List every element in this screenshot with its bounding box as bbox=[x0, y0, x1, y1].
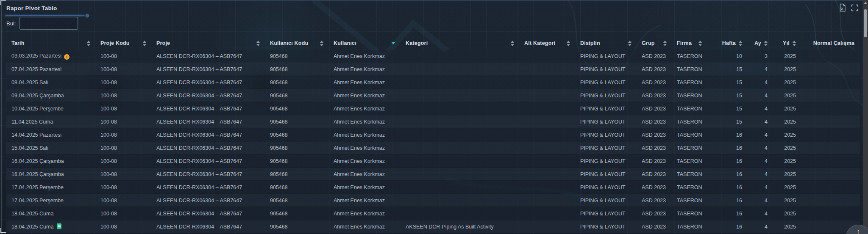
cell-yil: 2025 bbox=[771, 76, 799, 88]
cell-firma: TASERON bbox=[672, 102, 707, 115]
cell-proje-kodu: 100-08 bbox=[95, 220, 151, 233]
cell-proje-kodu: 100-08 bbox=[95, 207, 151, 220]
search-input[interactable] bbox=[19, 17, 78, 30]
cell-kullanici: Ahmet Enes Korkmaz bbox=[328, 220, 401, 233]
cell-proje-kodu: 100-08 bbox=[95, 50, 151, 62]
table-row[interactable]: 08.04.2025 Salı 100-08 ALSEEN DCR-RX0630… bbox=[6, 76, 860, 88]
export-excel-button[interactable]: x bbox=[839, 3, 846, 12]
cell-normal-calisma bbox=[799, 116, 860, 128]
column-header-proje-kodu[interactable]: Proje Kodu bbox=[95, 37, 151, 49]
column-header-ay[interactable]: Ay bbox=[745, 37, 771, 49]
fullscreen-button[interactable] bbox=[851, 4, 858, 11]
table-row[interactable]: 18.04.2025 Cuma 100-08 ALSEEN DCR-RX0630… bbox=[6, 207, 860, 220]
header-row: Tarih Proje Kodu Proje Kullanıcı Kodu Ku… bbox=[6, 37, 860, 49]
column-header-alt-kategori[interactable]: Alt Kategori bbox=[519, 37, 575, 49]
table-row[interactable]: 18.04.2025 Cuma 100-08 ALSEEN DCR-RX0630… bbox=[6, 220, 860, 233]
cell-tarih: 03.03.2025 Pazartesi! bbox=[6, 50, 95, 62]
cell-kullanici-kodu: 905468 bbox=[265, 76, 328, 88]
cell-proje-kodu: 100-08 bbox=[95, 76, 151, 88]
scrollbar-thumb[interactable] bbox=[864, 9, 867, 37]
table-row[interactable]: 07.04.2025 Pazartesi 100-08 ALSEEN DCR-R… bbox=[6, 63, 860, 75]
cell-alt-kategori bbox=[519, 89, 575, 102]
column-header-proje[interactable]: Proje bbox=[151, 37, 265, 49]
cell-alt-kategori bbox=[519, 116, 575, 128]
cell-ay: 4 bbox=[745, 194, 771, 206]
cell-disiplin: PIPING & LAYOUT bbox=[575, 207, 637, 220]
cell-kullanici-kodu: 905468 bbox=[265, 142, 328, 154]
cell-normal-calisma bbox=[799, 194, 860, 206]
cell-kullanici: Ahmet Enes Korkmaz bbox=[328, 207, 401, 220]
scrollbar-up-button[interactable] bbox=[864, 1, 867, 5]
cell-grup: ASD 2023 bbox=[637, 89, 672, 102]
table-row[interactable]: 09.04.2025 Çarşamba 100-08 ALSEEN DCR-RX… bbox=[6, 89, 860, 102]
table-row[interactable]: 15.04.2025 Salı 100-08 ALSEEN DCR-RX0630… bbox=[6, 142, 860, 154]
cell-kullanici-kodu: 905468 bbox=[265, 155, 328, 167]
cell-proje: ALSEEN DCR-RX06304 – ASB7647 bbox=[151, 142, 265, 154]
sort-icon bbox=[739, 41, 742, 46]
cell-alt-kategori bbox=[519, 168, 575, 180]
cell-disiplin: PIPING & LAYOUT bbox=[575, 181, 637, 193]
cell-normal-calisma bbox=[799, 89, 860, 102]
cell-hafta: 15 bbox=[707, 102, 745, 115]
cell-proje-kodu: 100-08 bbox=[95, 142, 151, 154]
table-row[interactable]: 17.04.2025 Perşembe 100-08 ALSEEN DCR-RX… bbox=[6, 194, 860, 206]
sort-icon bbox=[143, 41, 146, 46]
cell-kullanici: Ahmet Enes Korkmaz bbox=[328, 89, 401, 102]
table-row[interactable]: 10.04.2025 Perşembe 100-08 ALSEEN DCR-RX… bbox=[6, 102, 860, 115]
column-header-normal-calisma[interactable]: Normal Çalışma bbox=[799, 37, 860, 49]
cell-tarih: 18.04.2025 Cuma bbox=[6, 220, 95, 233]
cell-firma: TASERON bbox=[672, 207, 707, 220]
sort-icon bbox=[567, 41, 570, 46]
cell-grup: ASD 2023 bbox=[637, 168, 672, 180]
cell-alt-kategori bbox=[519, 194, 575, 206]
cell-grup: ASD 2023 bbox=[637, 181, 672, 193]
cell-grup: ASD 2023 bbox=[637, 142, 672, 154]
cell-kullanici-kodu: 905468 bbox=[265, 129, 328, 141]
cell-proje: ALSEEN DCR-RX06304 – ASB7647 bbox=[151, 63, 265, 75]
column-header-kategori[interactable]: Kategori bbox=[401, 37, 519, 49]
column-header-disiplin[interactable]: Disiplin bbox=[575, 37, 637, 49]
cell-kullanici: Ahmet Enes Korkmaz bbox=[328, 142, 401, 154]
column-header-kullanici[interactable]: Kullanıcı bbox=[328, 37, 401, 49]
table-row[interactable]: 14.04.2025 Pazartesi 100-08 ALSEEN DCR-R… bbox=[6, 129, 860, 141]
column-header-yil[interactable]: Yıl bbox=[771, 37, 799, 49]
column-header-firma[interactable]: Firma bbox=[672, 37, 707, 49]
cell-alt-kategori bbox=[519, 102, 575, 115]
cell-kategori bbox=[401, 102, 519, 115]
column-header-hafta[interactable]: Hafta bbox=[707, 37, 745, 49]
table-row[interactable]: 16.04.2025 Çarşamba 100-08 ALSEEN DCR-RX… bbox=[6, 168, 860, 180]
cell-disiplin: PIPING & LAYOUT bbox=[575, 116, 637, 128]
cell-proje: ALSEEN DCR-RX06304 – ASB7647 bbox=[151, 194, 265, 206]
cell-alt-kategori bbox=[519, 76, 575, 88]
cell-hafta: 16 bbox=[707, 207, 745, 220]
column-header-kullanici-kodu[interactable]: Kullanıcı Kodu bbox=[265, 37, 328, 49]
table-row[interactable]: 17.04.2025 Perşembe 100-08 ALSEEN DCR-RX… bbox=[6, 181, 860, 193]
vertical-scrollbar[interactable] bbox=[863, 0, 868, 234]
cell-proje: ALSEEN DCR-RX06304 – ASB7647 bbox=[151, 102, 265, 115]
table-row[interactable]: 11.04.2025 Cuma 100-08 ALSEEN DCR-RX0630… bbox=[6, 116, 860, 128]
column-header-grup[interactable]: Grup bbox=[637, 37, 672, 49]
cell-kategori bbox=[401, 142, 519, 154]
cell-kullanici: Ahmet Enes Korkmaz bbox=[328, 181, 401, 193]
cell-kullanici: Ahmet Enes Korkmaz bbox=[328, 116, 401, 128]
cell-proje: ALSEEN DCR-RX06304 – ASB7647 bbox=[151, 155, 265, 167]
cell-ay: 4 bbox=[745, 63, 771, 75]
table-row[interactable]: 03.03.2025 Pazartesi! 100-08 ALSEEN DCR-… bbox=[6, 50, 860, 62]
table-row[interactable]: 16.04.2025 Çarşamba 100-08 ALSEEN DCR-RX… bbox=[6, 155, 860, 167]
cell-firma: TASERON bbox=[672, 63, 707, 75]
cell-normal-calisma bbox=[799, 168, 860, 180]
cell-kategori bbox=[401, 207, 519, 220]
cell-ay: 4 bbox=[745, 76, 771, 88]
column-header-tarih[interactable]: Tarih bbox=[6, 37, 95, 49]
cell-tarih: 17.04.2025 Perşembe bbox=[6, 181, 95, 193]
cell-grup: ASD 2023 bbox=[637, 102, 672, 115]
cell-ay: 4 bbox=[745, 129, 771, 141]
cell-disiplin: PIPING & LAYOUT bbox=[575, 63, 637, 75]
sort-icon bbox=[663, 41, 667, 46]
cell-hafta: 16 bbox=[707, 129, 745, 141]
cell-proje: ALSEEN DCR-RX06304 – ASB7647 bbox=[151, 76, 265, 88]
cell-kullanici: Ahmet Enes Korkmaz bbox=[328, 194, 401, 206]
cell-disiplin: PIPING & LAYOUT bbox=[575, 129, 637, 141]
cell-disiplin: PIPING & LAYOUT bbox=[575, 155, 637, 167]
sort-icon bbox=[628, 41, 632, 46]
